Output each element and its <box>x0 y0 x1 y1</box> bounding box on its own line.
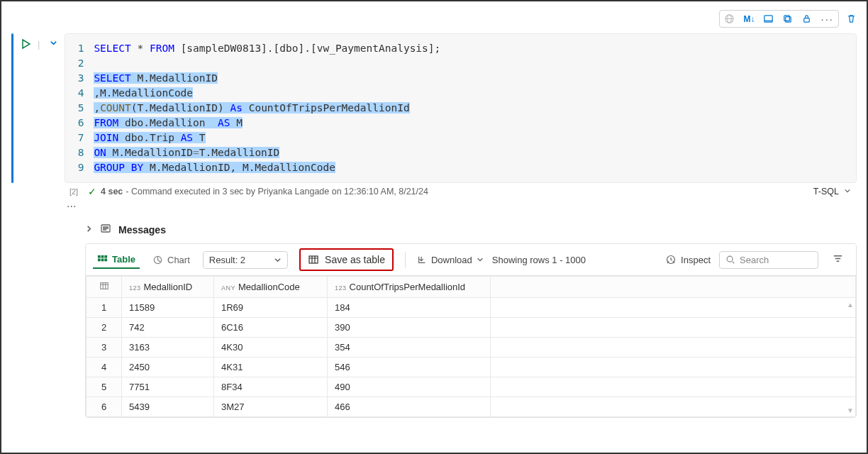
code-line[interactable]: 5,COUNT(T.MedallionID) As CountOfTripsPe… <box>65 101 856 116</box>
svg-rect-10 <box>98 258 101 261</box>
cell[interactable]: 4K31 <box>214 358 328 377</box>
cell[interactable]: 8F34 <box>214 377 328 397</box>
code-text[interactable]: ,COUNT(T.MedallionID) As CountOfTripsPer… <box>94 101 409 116</box>
tab-table[interactable]: Table <box>93 251 140 269</box>
globe-icon[interactable] <box>724 13 735 24</box>
row-number[interactable]: 5 <box>87 377 122 397</box>
status-message: - Command executed in 3 sec by Priyanka … <box>126 187 428 196</box>
active-cell-indicator <box>11 33 13 183</box>
code-text[interactable] <box>94 56 100 71</box>
row-number[interactable]: 2 <box>87 318 122 338</box>
code-line[interactable]: 9GROUP BY M.MedallionID, M.MedallionCode <box>65 160 856 175</box>
result-select[interactable]: Result: 2 <box>203 251 288 269</box>
line-number: 2 <box>65 56 94 71</box>
code-line[interactable]: 7JOIN dbo.Trip AS T <box>65 131 856 145</box>
code-text[interactable]: ON M.MedallionID=T.MedallionID <box>94 145 279 160</box>
messages-label: Messages <box>118 224 166 236</box>
line-number: 3 <box>65 71 94 86</box>
more-icon[interactable]: ··· <box>820 13 834 25</box>
cell[interactable]: 2450 <box>122 358 214 377</box>
line-number: 8 <box>65 145 94 160</box>
code-text[interactable]: ,M.MedallionCode <box>94 86 193 101</box>
table-row[interactable]: 331634K30354 <box>87 338 856 358</box>
cell[interactable]: 490 <box>328 377 491 397</box>
row-number[interactable]: 6 <box>87 397 122 417</box>
language-picker[interactable]: T-SQL <box>813 187 857 196</box>
col-header[interactable]: ANYMedallionCode <box>214 277 328 298</box>
scrollbar[interactable]: ▲ ▼ <box>847 301 853 414</box>
code-line[interactable]: 8ON M.MedallionID=T.MedallionID <box>65 145 856 160</box>
col-header[interactable]: 123MedallionID <box>122 277 214 298</box>
code-text[interactable]: FROM dbo.Medallion AS M <box>94 116 243 131</box>
code-text[interactable]: JOIN dbo.Trip AS T <box>94 131 205 145</box>
table-header-row: 123MedallionID ANYMedallionCode 123Count… <box>87 277 856 298</box>
search-input[interactable]: Search <box>719 251 818 269</box>
corner-cell[interactable] <box>87 277 122 298</box>
markdown-icon[interactable]: M↓ <box>743 14 755 24</box>
code-text[interactable]: SELECT M.MedallionID <box>94 71 218 86</box>
messages-chevron-icon[interactable] <box>85 225 93 235</box>
tab-chart[interactable]: Chart <box>148 252 194 268</box>
cell[interactable]: 742 <box>122 318 214 338</box>
code-editor[interactable]: 1SELECT * FROM [sampleDW0813].[dbo].[vw_… <box>65 33 857 183</box>
cell[interactable]: 4K30 <box>214 338 328 358</box>
cell-empty <box>491 377 856 397</box>
table-row[interactable]: 27426C16390 <box>87 318 856 338</box>
code-line[interactable]: 6FROM dbo.Medallion AS M <box>65 116 856 131</box>
inspect-button[interactable]: Inspect <box>665 254 711 265</box>
code-cell-row: | 1SELECT * FROM [sampleDW0813].[dbo].[v… <box>11 33 857 183</box>
search-placeholder: Search <box>740 255 769 265</box>
cell-empty <box>491 298 856 318</box>
code-line[interactable]: 1SELECT * FROM [sampleDW0813].[dbo].[vw_… <box>65 41 856 56</box>
download-button[interactable]: Download <box>417 255 484 265</box>
code-line[interactable]: 3SELECT M.MedallionID <box>65 71 856 86</box>
messages-list-icon <box>100 223 111 236</box>
delete-icon[interactable] <box>846 13 857 24</box>
cell[interactable]: 466 <box>328 397 491 417</box>
cell-more-icon[interactable]: ··· <box>67 197 857 216</box>
cell[interactable]: 3163 <box>122 338 214 358</box>
run-menu-chevron-icon[interactable] <box>50 39 57 49</box>
code-text[interactable]: SELECT * FROM [sampleDW0813].[dbo].[vw_P… <box>94 41 440 56</box>
row-range-label: Showing rows 1 - 1000 <box>492 255 586 265</box>
cell[interactable]: 354 <box>328 338 491 358</box>
col-header[interactable]: 123CountOfTripsPerMedallionId <box>328 277 491 298</box>
save-as-table-button[interactable]: Save as table <box>299 248 394 271</box>
lock-icon[interactable] <box>801 13 812 24</box>
code-text[interactable]: GROUP BY M.MedallionID, M.MedallionCode <box>94 160 335 175</box>
code-line[interactable]: 2 <box>65 56 856 71</box>
run-icon[interactable] <box>22 39 30 51</box>
table-row[interactable]: 424504K31546 <box>87 358 856 377</box>
scroll-down-icon[interactable]: ▼ <box>847 406 854 414</box>
cell[interactable]: 6C16 <box>214 318 328 338</box>
cell[interactable]: 546 <box>328 358 491 377</box>
scroll-up-icon[interactable]: ▲ <box>847 301 854 309</box>
cell[interactable]: 5439 <box>122 397 214 417</box>
line-number: 6 <box>65 116 94 131</box>
svg-rect-11 <box>101 258 104 261</box>
cell-empty <box>491 338 856 358</box>
code-line[interactable]: 4,M.MedallionCode <box>65 86 856 101</box>
cell[interactable]: 3M27 <box>214 397 328 417</box>
copy-icon[interactable] <box>782 13 793 24</box>
cell-index: [2] <box>64 187 84 196</box>
col-header-empty <box>491 277 856 298</box>
cell[interactable]: 1R69 <box>214 298 328 318</box>
cell[interactable]: 390 <box>328 318 491 338</box>
cell[interactable]: 184 <box>328 298 491 318</box>
results-table: 123MedallionID ANYMedallionCode 123Count… <box>86 276 856 417</box>
filter-icon[interactable] <box>827 250 849 269</box>
table-row[interactable]: 654393M27466 <box>87 397 856 417</box>
results-table-wrap: 123MedallionID ANYMedallionCode 123Count… <box>86 276 856 417</box>
table-row[interactable]: 577518F34490 <box>87 377 856 397</box>
table-row[interactable]: 1115891R69184 <box>87 298 856 318</box>
panel-icon[interactable] <box>763 13 774 24</box>
cell[interactable]: 11589 <box>122 298 214 318</box>
row-number[interactable]: 1 <box>87 298 122 318</box>
row-number[interactable]: 4 <box>87 358 122 377</box>
toolbar-box: M↓ ··· <box>719 10 839 28</box>
messages-header[interactable]: Messages <box>85 223 857 236</box>
cell[interactable]: 7751 <box>122 377 214 397</box>
line-number: 5 <box>65 101 94 116</box>
row-number[interactable]: 3 <box>87 338 122 358</box>
